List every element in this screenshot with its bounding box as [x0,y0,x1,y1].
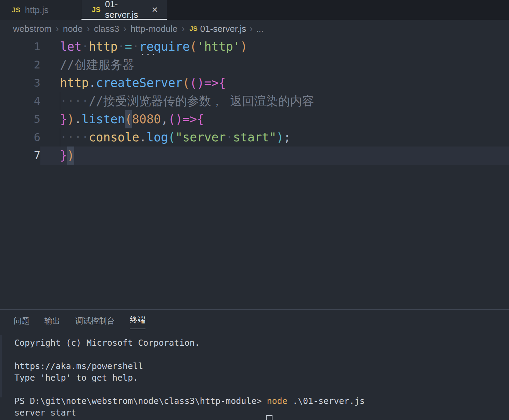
chevron-right-icon: › [87,24,90,34]
terminal-cursor [266,415,272,420]
line-code: http.createServer(()=>{ [40,74,509,92]
js-file-icon: JS [12,6,21,14]
breadcrumb: webstrom › node › class3 › http-module ›… [0,20,509,38]
breadcrumb-item-webstrom[interactable]: webstrom [13,24,52,34]
line-code: }).listen(8080,()=>{ [40,110,509,128]
terminal-line: PS D:\git\note\webstrom\node\class3\http… [0,395,509,407]
terminal-line: server start [0,407,509,419]
terminal-output[interactable]: Copyright (c) Microsoft Corporation. htt… [0,334,509,419]
panel-tab-output[interactable]: 输出 [44,316,60,328]
line-number: 3 [0,74,40,92]
code-line[interactable]: 2//创建服务器 [0,56,509,74]
breadcrumb-item-node[interactable]: node [63,24,83,34]
code-line[interactable]: 7}) [0,147,509,165]
tab-bar: JS http.js JS 01-server.js × [0,0,509,20]
code-line[interactable]: 3http.createServer(()=>{ [0,74,509,92]
indent-guide [60,92,60,110]
bottom-panel: 问题 输出 调试控制台 终端 Copyright (c) Microsoft C… [0,309,509,420]
breadcrumb-item-file[interactable]: 01-server.js [200,24,246,34]
panel-tab-debug-console[interactable]: 调试控制台 [75,316,115,328]
line-code: ····//接受浏览器传的参数， 返回渲染的内容 [40,92,509,110]
code-line[interactable]: 1let·http·=·require('http') [0,38,509,56]
line-number: 6 [0,128,40,147]
terminal-line: https://aka.ms/powershell [0,360,509,372]
code-line[interactable]: 4····//接受浏览器传的参数， 返回渲染的内容 [0,92,509,110]
chevron-right-icon: › [123,24,126,34]
code-line[interactable]: 5}).listen(8080,()=>{ [0,110,509,128]
panel-tab-problems[interactable]: 问题 [14,316,29,328]
close-icon[interactable]: × [152,4,158,15]
panel-tab-bar: 问题 输出 调试控制台 终端 [0,310,509,334]
terminal-line: Type 'help' to get help. [0,372,509,384]
chevron-right-icon: › [250,24,253,34]
code-editor[interactable]: 1let·http·=·require('http')2//创建服务器3http… [0,38,509,309]
chevron-right-icon: › [56,24,59,34]
line-number: 4 [0,92,40,110]
code-line[interactable]: 6····console.log("server·start"); [0,128,509,147]
line-number: 2 [0,56,40,74]
line-code: let·http·=·require('http') [40,38,509,56]
line-number: 5 [0,110,40,128]
line-number: 7 [0,147,40,165]
terminal-line [0,349,509,360]
panel-tab-terminal[interactable]: 终端 [130,315,145,329]
terminal-scrollbar[interactable] [0,335,2,397]
breadcrumb-item-http-module[interactable]: http-module [130,24,177,34]
chevron-right-icon: › [182,24,185,34]
tab-http-js[interactable]: JS http.js [0,0,81,20]
terminal-line [0,384,509,395]
breadcrumb-item-class3[interactable]: class3 [94,24,119,34]
js-file-icon: JS [92,5,101,14]
breadcrumb-more[interactable]: ... [256,24,264,34]
js-file-icon: JS [190,25,198,33]
tab-label: 01-server.js [105,0,143,20]
line-code: //创建服务器 [40,56,509,74]
line-code: ····console.log("server·start"); [40,128,509,147]
line-code: }) [40,147,509,165]
tab-01-server-js[interactable]: JS 01-server.js × [81,0,167,20]
terminal-line: Copyright (c) Microsoft Corporation. [0,337,509,349]
line-number: 1 [0,38,40,56]
indent-guide [60,128,60,147]
tab-label: http.js [25,5,49,15]
